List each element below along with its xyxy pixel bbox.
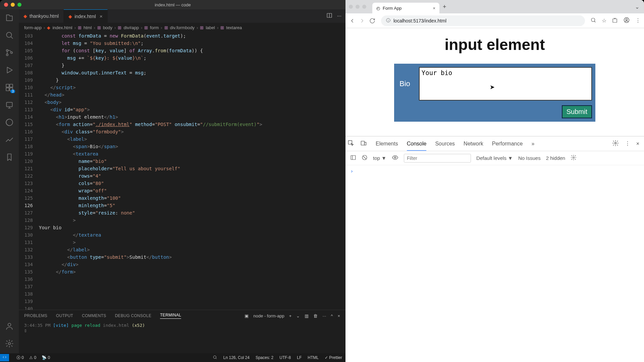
devtools-tab-network[interactable]: Network	[464, 141, 483, 147]
profile-icon[interactable]	[623, 17, 630, 25]
more-icon[interactable]: ···	[322, 313, 326, 318]
browser-maximize[interactable]	[362, 5, 366, 9]
extensions-icon[interactable]	[612, 17, 618, 24]
tab-thankyou[interactable]: ◆thankyou.html	[19, 9, 64, 23]
status-prettier[interactable]: ✓ Prettier	[325, 355, 342, 360]
reload-button[interactable]	[369, 17, 376, 24]
remote-indicator[interactable]	[0, 354, 9, 361]
back-button[interactable]	[349, 17, 356, 24]
devtools-tab-console[interactable]: Console	[407, 141, 427, 151]
site-info-icon[interactable]	[386, 18, 391, 24]
hidden-count[interactable]: 2 hidden	[546, 155, 566, 161]
new-terminal-icon[interactable]: +	[289, 313, 292, 318]
bookmark-icon[interactable]: ☆	[602, 17, 606, 24]
panel-tab-output[interactable]: OUTPUT	[56, 313, 73, 318]
live-expression-icon[interactable]	[392, 154, 398, 162]
menu-icon[interactable]: ⋮	[635, 17, 641, 24]
status-bar: ⓧ 0 ⚠ 0 📡 0 Ln 126, Col 24 Spaces: 2 UTF…	[0, 353, 345, 362]
minimize-window[interactable]	[11, 3, 15, 7]
status-eol[interactable]: LF	[297, 355, 302, 360]
browser-tab-title: Form App	[383, 6, 401, 11]
svg-rect-4	[6, 84, 9, 87]
bookmark-icon[interactable]	[4, 152, 14, 162]
devtools-more-tabs-icon[interactable]: »	[531, 141, 534, 147]
device-toolbar-icon[interactable]	[360, 140, 367, 148]
code-editor[interactable]: 1031041051061071081091101111121131141151…	[19, 32, 345, 310]
search-icon[interactable]	[4, 30, 14, 40]
console-sidebar-icon[interactable]	[350, 155, 356, 162]
url-bar[interactable]: localhost:5173/index.html	[381, 15, 585, 26]
console-filter-input[interactable]	[404, 154, 471, 163]
browser-minimize[interactable]	[356, 5, 360, 9]
svg-point-11	[8, 343, 11, 345]
status-lang[interactable]: HTML	[308, 355, 319, 360]
terminal-task[interactable]: node - form-app	[253, 313, 284, 318]
inspect-element-icon[interactable]	[347, 140, 354, 148]
devtools-menu-icon[interactable]: ⋮	[625, 140, 630, 147]
panel-tab-debug[interactable]: DEBUG CONSOLE	[115, 313, 152, 318]
panel-tab-comments[interactable]: COMMENTS	[82, 313, 106, 318]
close-tab-icon[interactable]: ×	[433, 6, 435, 11]
console-body[interactable]: ›	[345, 165, 644, 362]
devtools-tab-performance[interactable]: Performance	[492, 141, 523, 147]
rendered-page: input element Bio Submit ➤	[345, 28, 644, 136]
line-gutter: 1031041051061071081091101111121131141151…	[19, 32, 39, 310]
more-actions-icon[interactable]: ···	[337, 13, 341, 19]
browser-tab[interactable]: ◴ Form App ×	[372, 3, 439, 13]
vscode-titlebar: index.html — code	[0, 0, 345, 9]
panel-tab-terminal[interactable]: TERMINAL	[160, 313, 181, 319]
close-window[interactable]	[4, 3, 8, 7]
browser-close[interactable]	[349, 5, 353, 9]
terminal-dropdown-icon[interactable]: ⌄	[296, 313, 300, 318]
testing-icon[interactable]	[4, 117, 14, 127]
source-control-icon[interactable]	[4, 48, 14, 58]
maximize-window[interactable]	[17, 3, 21, 7]
console-settings-icon[interactable]	[571, 155, 577, 162]
devtools-tab-sources[interactable]: Sources	[435, 141, 455, 147]
settings-icon[interactable]	[4, 339, 14, 349]
status-encoding[interactable]: UTF-8	[279, 355, 291, 360]
terminal-task-icon[interactable]: ▣	[245, 313, 249, 318]
account-icon[interactable]	[4, 321, 14, 331]
issues-badge[interactable]: No Issues	[518, 155, 541, 161]
code-content[interactable]: const formData = new FormData(event.targ…	[39, 32, 345, 310]
bio-label: Bio	[397, 79, 412, 88]
split-terminal-icon[interactable]: ▥	[305, 313, 309, 318]
log-levels-selector[interactable]: Default levels ▼	[476, 155, 513, 161]
window-dropdown-icon[interactable]: ⌄	[635, 4, 639, 10]
timeline-icon[interactable]	[4, 135, 14, 145]
editor-tabs: ◆thankyou.html ◆index.html× ···	[19, 9, 345, 23]
status-errors[interactable]: ⓧ 0	[16, 355, 24, 361]
status-warnings[interactable]: ⚠ 0	[29, 355, 36, 360]
terminal-body[interactable]: 3:44:35 PM [vite] page reload index.html…	[19, 321, 345, 353]
url-text: localhost:5173/index.html	[393, 18, 446, 23]
extensions-icon[interactable]: 3	[4, 82, 14, 93]
bio-textarea[interactable]	[419, 67, 592, 101]
maximize-panel-icon[interactable]: ^	[331, 313, 333, 318]
context-selector[interactable]: top ▼	[373, 155, 386, 161]
remote-icon[interactable]	[4, 100, 14, 110]
window-title: index.html — code	[155, 2, 191, 7]
tab-index[interactable]: ◆index.html×	[64, 9, 108, 23]
zoom-icon[interactable]	[590, 17, 596, 24]
status-search-icon[interactable]	[213, 355, 217, 361]
close-tab-icon[interactable]: ×	[100, 13, 103, 19]
submit-button[interactable]: Submit	[562, 105, 592, 118]
devtools-settings-icon[interactable]	[612, 140, 619, 148]
browser-window-controls	[349, 5, 366, 9]
devtools-tab-elements[interactable]: Elements	[376, 141, 398, 147]
debug-icon[interactable]	[4, 65, 14, 75]
clear-console-icon[interactable]	[362, 155, 368, 162]
explorer-icon[interactable]	[4, 13, 14, 23]
devtools-close-icon[interactable]: ×	[636, 141, 639, 147]
status-ports[interactable]: 📡 0	[42, 355, 50, 360]
panel-tab-problems[interactable]: PROBLEMS	[24, 313, 47, 318]
close-panel-icon[interactable]: ×	[337, 313, 340, 318]
kill-terminal-icon[interactable]: 🗑	[313, 313, 318, 318]
status-ln-col[interactable]: Ln 126, Col 24	[223, 355, 250, 360]
breadcrumb[interactable]: form-app› ◆index.html› ⊞html› ⊞body› ⊞di…	[19, 23, 345, 32]
new-tab-button[interactable]: +	[443, 3, 446, 10]
status-spaces[interactable]: Spaces: 2	[256, 355, 273, 360]
forward-button[interactable]	[359, 17, 366, 24]
split-editor-icon[interactable]	[326, 12, 332, 20]
